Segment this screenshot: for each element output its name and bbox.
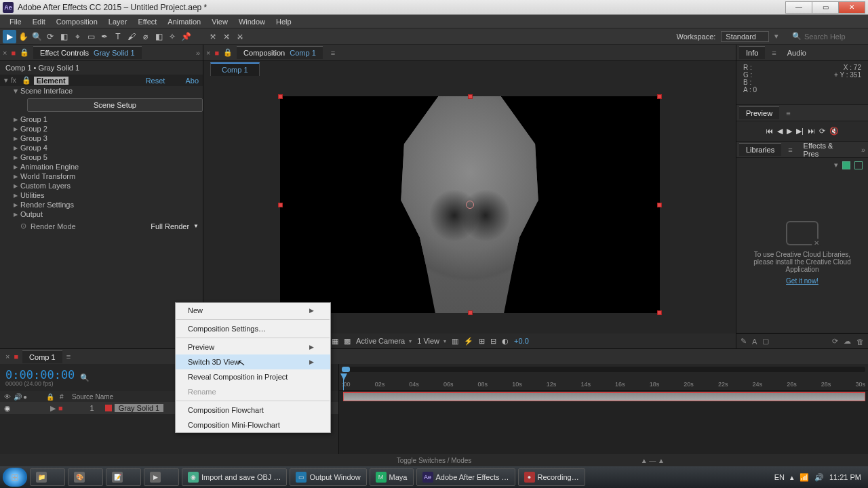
anchor-point-icon[interactable]	[466, 201, 474, 209]
zoom-slider-icon[interactable]: ▲ — ▲	[641, 457, 665, 464]
selection-tool-icon[interactable]: ▶	[3, 30, 16, 43]
tab-info[interactable]: Info	[739, 46, 765, 59]
brush-tool-icon[interactable]: 🖌	[125, 30, 138, 43]
layer-duration-bar[interactable]	[343, 392, 865, 401]
timeline-icon[interactable]: ⊞	[479, 337, 485, 346]
render-mode-row[interactable]: ⊙ Render Mode Full Render▼	[0, 219, 203, 233]
loop-icon[interactable]: ⟳	[819, 127, 825, 136]
cm-switch-3d-view[interactable]: Switch 3D View▶	[176, 354, 330, 369]
menu-file[interactable]: File	[4, 16, 27, 27]
toggle-switches-button[interactable]: Toggle Switches / Modes	[397, 457, 472, 464]
grid-view-icon[interactable]	[842, 161, 850, 169]
camera-tool-icon[interactable]: ◧	[57, 30, 71, 43]
task-pinned[interactable]: 📝	[106, 468, 141, 486]
prop-group[interactable]: ▶Group 5	[0, 152, 203, 162]
panel-menu-icon[interactable]: ≡	[66, 352, 71, 361]
task-recording[interactable]: ●Recording…	[518, 468, 585, 486]
selection-handle[interactable]	[278, 94, 283, 99]
text-icon[interactable]: A	[752, 338, 757, 346]
time-ruler[interactable]: :00 02s 04s 06s 08s 10s 12s 14s 16s 18s …	[339, 364, 868, 391]
tab-effects-presets[interactable]: Effects & Pres	[797, 140, 857, 160]
scene-setup-button[interactable]: Scene Setup	[27, 98, 203, 112]
roi-icon[interactable]: ▦	[332, 337, 338, 346]
last-frame-icon[interactable]: ⏭	[808, 127, 815, 136]
time-search-icon[interactable]: 🔍	[80, 373, 90, 382]
minimize-button[interactable]: —	[785, 1, 812, 14]
timeline-tab[interactable]: Comp 1	[22, 350, 62, 363]
wand-icon[interactable]: ✎	[741, 337, 747, 346]
cm-flowchart[interactable]: Composition Flowchart	[176, 403, 330, 418]
mute-icon[interactable]: 🔇	[829, 127, 839, 136]
world-axis-icon[interactable]: ⤨	[220, 30, 233, 43]
transparency-icon[interactable]: ▩	[344, 337, 351, 346]
composition-viewer[interactable]	[203, 76, 736, 333]
view-dropdown[interactable]: 1 View	[417, 337, 446, 345]
pixel-aspect-icon[interactable]: ▥	[452, 337, 458, 346]
task-pinned[interactable]: 🎨	[68, 468, 103, 486]
menu-layer[interactable]: Layer	[103, 16, 133, 27]
pen-tool-icon[interactable]: ✒	[98, 30, 111, 43]
panel-menu-icon[interactable]: »	[196, 49, 200, 57]
flowchart-icon[interactable]: ⊟	[490, 337, 496, 346]
panel-menu-icon[interactable]: ≡	[786, 109, 790, 117]
sync-icon[interactable]: ⟳	[832, 337, 838, 346]
task-output[interactable]: ▭Output Window	[290, 468, 366, 486]
network-icon[interactable]: 📶	[800, 473, 809, 482]
exposure-reset-icon[interactable]: ◐	[502, 337, 509, 346]
menu-view[interactable]: View	[206, 16, 233, 27]
search-help[interactable]: 🔍	[792, 32, 865, 41]
prop-group[interactable]: ▶Group 2	[0, 124, 203, 134]
clock[interactable]: 11:21 PM	[829, 474, 861, 481]
trash-icon[interactable]: 🗑	[856, 338, 864, 346]
prop-custom-layers[interactable]: ▶Custom Layers	[0, 181, 203, 190]
task-pinned[interactable]: ▶	[144, 468, 179, 486]
cm-reveal[interactable]: Reveal Composition in Project	[176, 369, 330, 384]
menu-composition[interactable]: Composition	[51, 16, 103, 27]
fast-preview-icon[interactable]: ⚡	[464, 337, 473, 346]
selection-handle[interactable]	[657, 94, 662, 99]
volume-icon[interactable]: 🔊	[814, 473, 824, 482]
effect-row-element[interactable]: ▾ fx 🔒 Element Reset Abo	[0, 75, 203, 86]
selection-handle[interactable]	[278, 203, 283, 207]
timeline-track-area[interactable]	[339, 391, 868, 454]
local-axis-icon[interactable]: ⤧	[206, 30, 220, 43]
current-time[interactable]: 0:00:00:00	[5, 368, 75, 382]
dropdown-icon[interactable]: ▾	[834, 161, 838, 169]
prop-group[interactable]: ▶Group 1	[0, 115, 203, 124]
tab-preview[interactable]: Preview	[739, 106, 779, 119]
panel-menu-icon[interactable]: ≡	[772, 49, 776, 57]
tray-chevron-icon[interactable]: ▴	[790, 473, 794, 482]
task-maya[interactable]: MMaya	[370, 468, 414, 486]
menu-edit[interactable]: Edit	[27, 16, 51, 27]
type-tool-icon[interactable]: T	[111, 30, 125, 43]
prop-world-transform[interactable]: ▶World Transform	[0, 171, 203, 181]
zoom-tool-icon[interactable]: 🔍	[30, 30, 43, 43]
roto-tool-icon[interactable]: ✧	[165, 30, 179, 43]
menu-window[interactable]: Window	[233, 16, 271, 27]
prop-group[interactable]: ▶Group 3	[0, 134, 203, 143]
selection-handle[interactable]	[468, 310, 473, 315]
shape-icon[interactable]: ▢	[762, 337, 769, 346]
prop-output[interactable]: ▶Output	[0, 209, 203, 219]
task-after-effects[interactable]: AeAdobe After Effects …	[416, 468, 515, 486]
next-frame-icon[interactable]: ▶|	[796, 127, 804, 136]
tab-composition[interactable]: Composition Comp 1	[237, 46, 323, 59]
prop-group[interactable]: ▶Group 4	[0, 143, 203, 152]
pan-behind-tool-icon[interactable]: ⌖	[71, 30, 84, 43]
rotate-tool-icon[interactable]: ⟳	[43, 30, 57, 43]
workspace-selector[interactable]: Workspace: Standard ▾	[676, 31, 778, 42]
view-axis-icon[interactable]: ⤩	[233, 30, 247, 43]
close-button[interactable]: ✕	[838, 1, 865, 14]
layer-color-swatch[interactable]	[105, 405, 112, 411]
search-input[interactable]	[804, 33, 865, 41]
prop-render-settings[interactable]: ▶Render Settings	[0, 200, 203, 209]
selection-handle[interactable]	[657, 310, 662, 315]
cm-comp-settings[interactable]: Composition Settings…	[176, 321, 330, 336]
workspace-value[interactable]: Standard	[721, 31, 769, 42]
comp-viewer-tab[interactable]: Comp 1	[210, 62, 260, 76]
panel-menu-icon[interactable]: ≡	[331, 49, 335, 57]
get-it-now-link[interactable]: Get it now!	[786, 277, 818, 285]
tab-effect-controls[interactable]: Effect Controls Gray Solid 1	[33, 46, 142, 59]
maximize-button[interactable]: ▭	[812, 1, 839, 14]
camera-dropdown[interactable]: Active Camera	[356, 337, 412, 345]
